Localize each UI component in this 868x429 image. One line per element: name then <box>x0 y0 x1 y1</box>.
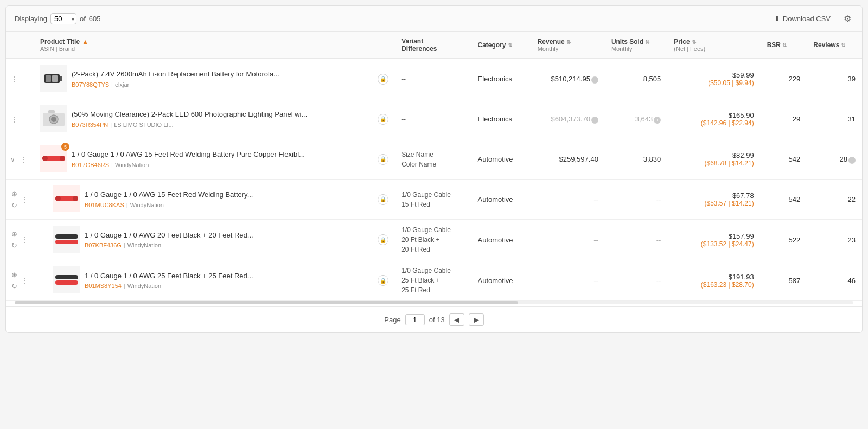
variant-cell: 1/0 Gauge Cable15 Ft Red <box>395 180 471 220</box>
row-menu-button[interactable]: ⋮ <box>9 114 20 125</box>
units-value: -- <box>656 236 661 244</box>
refresh-button[interactable]: ↻ <box>9 240 18 251</box>
per-page-select[interactable]: 50 25 100 <box>50 13 76 24</box>
row-menu-button[interactable]: ⋮ <box>20 234 30 245</box>
reviews-cell: 46 <box>807 260 862 301</box>
refresh-button[interactable]: ↻ <box>9 281 18 291</box>
lock-icon: 🔒 <box>378 194 388 205</box>
svg-rect-9 <box>48 110 55 113</box>
per-page-wrapper[interactable]: 50 25 100 <box>50 13 76 24</box>
svg-rect-3 <box>46 75 51 82</box>
category-value: Automotive <box>478 155 513 163</box>
asin-link[interactable]: B07KBF436G <box>85 242 122 248</box>
actions-group: ⊕ ↻ ⋮ <box>9 270 30 291</box>
th-variant-label: VariantDifferences <box>401 37 437 53</box>
meta-separator: | <box>126 202 128 208</box>
scrollbar-thumb[interactable] <box>15 301 518 304</box>
page-input[interactable] <box>405 314 425 325</box>
revenue-value: $259,597.40 <box>559 155 598 163</box>
top-bar-actions: ⬇ Download CSV ⚙ <box>770 11 853 26</box>
variant-value: 1/0 Gauge Cable25 Ft Black +25 Ft Red <box>401 267 451 294</box>
reviews-info-icon[interactable]: i <box>848 157 856 164</box>
asin-link[interactable]: B01MS8Y154 <box>85 283 122 289</box>
product-cell: 1 / 0 Gauge 1 / 0 AWG 25 Feet Black + 25… <box>34 260 395 301</box>
top-bar: Displaying 50 25 100 of 605 ⬇ Download C… <box>6 6 862 32</box>
svg-rect-2 <box>60 76 62 81</box>
product-cell: 5 1 / 0 Gauge 1 / 0 AWG 15 Feet Red Weld… <box>34 139 395 180</box>
asin-link[interactable]: B01MUC8KAS <box>85 202 124 208</box>
svg-point-8 <box>51 117 56 122</box>
product-info-group: 1 / 0 Gauge 1 / 0 AWG 15 Feet Red Weldin… <box>40 185 388 214</box>
prev-page-button[interactable]: ◀ <box>449 313 464 326</box>
revenue-value: $510,214.95 <box>551 75 590 83</box>
product-image-wrapper <box>53 185 80 214</box>
category-cell: Automotive <box>471 260 531 301</box>
th-category[interactable]: Category ⇅ <box>471 32 531 59</box>
units-sort-icon: ⇅ <box>645 39 649 45</box>
price-sub: ($133.52 | $24.47) <box>674 240 754 248</box>
asin-link[interactable]: B017GB46RS <box>72 162 109 168</box>
th-revenue[interactable]: Revenue ⇅ Monthly <box>531 32 605 59</box>
variant-value: -- <box>401 116 406 123</box>
th-actions <box>6 32 34 59</box>
units-cell: 8,505 <box>605 59 667 99</box>
next-page-button[interactable]: ▶ <box>469 313 484 326</box>
asin-link[interactable]: B073R354PN <box>72 121 108 128</box>
download-csv-button[interactable]: ⬇ Download CSV <box>770 12 835 25</box>
product-cell: (50% Moving Clearance) 2-Pack LED 600 Ph… <box>34 99 395 139</box>
add-variant-button[interactable]: ⊕ <box>9 189 18 199</box>
revenue-sort-icon: ⇅ <box>566 39 571 45</box>
add-variant-button[interactable]: ⊕ <box>9 229 18 239</box>
units-info-icon[interactable]: i <box>654 117 661 124</box>
row-menu-button[interactable]: ⋮ <box>20 275 30 286</box>
th-product[interactable]: Product Title ▲ ASIN | Brand <box>34 32 395 59</box>
bsr-value: 542 <box>789 195 801 203</box>
refresh-button[interactable]: ↻ <box>9 200 18 210</box>
th-units[interactable]: Units Sold ⇅ Monthly <box>605 32 667 59</box>
collapse-button[interactable]: ∨ <box>9 155 16 164</box>
main-container: Displaying 50 25 100 of 605 ⬇ Download C… <box>5 5 863 333</box>
actions-group: ⊕ ↻ ⋮ <box>9 189 30 210</box>
row-actions-cell: ⋮ <box>6 59 34 99</box>
row-menu-button[interactable]: ⋮ <box>20 194 30 205</box>
add-variant-button[interactable]: ⊕ <box>9 270 18 280</box>
category-value: Automotive <box>478 195 513 203</box>
bsr-value: 587 <box>789 277 801 285</box>
reviews-cell: 22 <box>807 180 862 220</box>
meta-separator: | <box>111 81 113 88</box>
units-value: -- <box>656 195 661 203</box>
price-sub: ($68.78 | $14.21) <box>674 159 754 167</box>
th-product-label: Product Title <box>40 38 80 46</box>
category-cell: Electronics <box>471 59 531 99</box>
th-reviews[interactable]: Reviews ⇅ <box>807 32 862 59</box>
th-bsr[interactable]: BSR ⇅ <box>761 32 807 59</box>
row-actions-cell: ⊕ ↻ ⋮ <box>6 220 34 260</box>
revenue-info-icon[interactable]: i <box>591 117 598 124</box>
settings-button[interactable]: ⚙ <box>841 11 853 26</box>
horizontal-scrollbar[interactable] <box>15 301 853 304</box>
row-menu-button[interactable]: ⋮ <box>18 154 29 165</box>
product-title: 1 / 0 Gauge 1 / 0 AWG 20 Feet Black + 20… <box>85 231 373 240</box>
product-details: 1 / 0 Gauge 1 / 0 AWG 15 Feet Red Weldin… <box>85 190 373 208</box>
table-row: ∨⋮ 5 1 / 0 Gauge 1 / 0 AWG 15 Feet Red W… <box>6 139 862 180</box>
table-row: ⊕ ↻ ⋮ 1 / 0 Gauge 1 / 0 AWG 25 Feet Blac… <box>6 260 862 301</box>
variant-cell: Size NameColor Name <box>395 139 471 180</box>
units-cell: 3,830 <box>605 139 667 180</box>
bsr-cell: 587 <box>761 260 807 301</box>
revenue-value: -- <box>593 195 598 203</box>
units-value: 3,643 <box>635 115 653 123</box>
bsr-value: 522 <box>789 236 801 244</box>
product-title: 1 / 0 Gauge 1 / 0 AWG 25 Feet Black + 25… <box>85 272 373 281</box>
units-value: 8,505 <box>643 75 661 83</box>
product-meta: B01MUC8KAS | WindyNation <box>85 202 373 208</box>
row-menu-button[interactable]: ⋮ <box>9 74 20 85</box>
product-cell: 1 / 0 Gauge 1 / 0 AWG 20 Feet Black + 20… <box>34 220 395 260</box>
category-value: Electronics <box>478 75 513 83</box>
units-value: -- <box>656 277 661 285</box>
revenue-info-icon[interactable]: i <box>591 76 598 84</box>
th-price[interactable]: Price ⇅ (Net | Fees) <box>667 32 760 59</box>
price-main: $191.93 <box>674 273 754 281</box>
asin-link[interactable]: B07Y88QTYS <box>72 81 109 88</box>
reviews-sort-icon: ⇅ <box>841 42 845 48</box>
lock-icon: 🔒 <box>378 154 388 165</box>
